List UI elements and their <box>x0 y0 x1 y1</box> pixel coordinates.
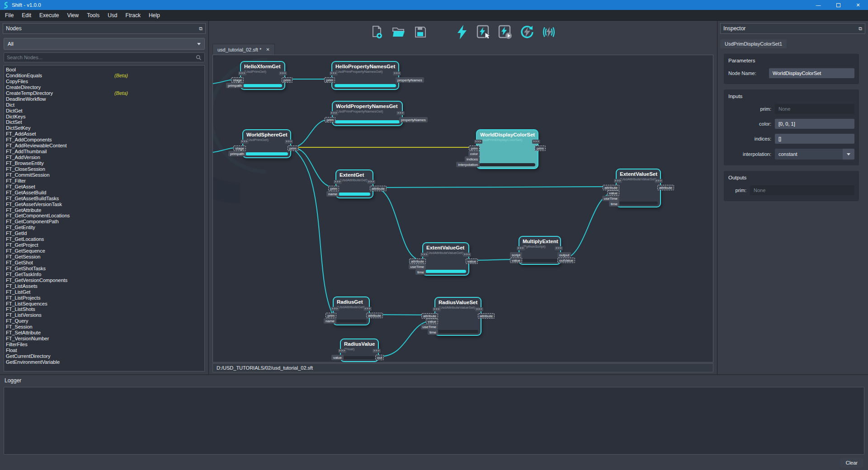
menu-edit[interactable]: Edit <box>18 10 35 21</box>
node-type-item[interactable]: GetEnvironmentVariable <box>6 359 204 365</box>
node-type-item[interactable]: FT_ListGet <box>6 289 204 295</box>
node-type-item[interactable]: FT_GetComponentPath <box>6 219 204 225</box>
graph-edge[interactable] <box>373 188 422 260</box>
port-in-value[interactable]: value <box>426 319 438 324</box>
node-category-dropdown[interactable]: All <box>4 38 205 50</box>
color-field[interactable]: [0, 0, 1] <box>775 119 854 129</box>
node-type-item[interactable]: FT_GetLocations <box>6 236 204 242</box>
node-type-item[interactable]: FT_ListSequences <box>6 301 204 307</box>
close-button[interactable]: ✕ <box>848 0 868 10</box>
node-type-item[interactable]: CopyFiles <box>6 79 204 85</box>
node-type-item[interactable]: FT_GetComponentLocations <box>6 213 204 219</box>
node-type-item[interactable]: FT_GetShotTasks <box>6 266 204 272</box>
node-WorldDisplayColorSet[interactable]: WorldDisplayColorSet(UsdPrimDisplayColor… <box>476 129 538 169</box>
menu-file[interactable]: File <box>1 10 18 21</box>
port-in-useTime[interactable]: useTime <box>409 264 426 269</box>
port-out-attribute[interactable]: attribute <box>370 186 387 191</box>
node-type-item[interactable]: FT_ListAssets <box>6 283 204 289</box>
port-out-prim[interactable]: prim <box>288 146 298 151</box>
node-type-item[interactable]: FT_ListVersions <box>6 312 204 318</box>
node-HelloXformGet[interactable]: HelloXformGet(UsdPrimGet)stage>>>primpat… <box>240 61 285 90</box>
port-out-output[interactable]: output <box>557 252 571 258</box>
node-type-item[interactable]: FT_CloseSession <box>6 166 204 172</box>
port-in-stage[interactable]: stage <box>231 77 244 83</box>
port-out-attribute[interactable]: attribute <box>657 185 674 190</box>
node-HelloPropertyNamesGet[interactable]: HelloPropertyNamesGet(UsdPrimPropertyNam… <box>331 61 399 90</box>
node-type-item[interactable]: FT_GetId <box>6 230 204 236</box>
node-MultiplyExtent[interactable]: MultiplyExtent(PythonScript)script>>>val… <box>519 236 561 265</box>
node-type-item[interactable]: GetCurrentDirectory <box>6 353 204 359</box>
port-in-primpath[interactable]: primpath <box>228 151 246 156</box>
port-out-attribute[interactable]: attribute <box>478 313 495 319</box>
node-type-item[interactable]: DictKeys <box>6 114 204 120</box>
node-type-item[interactable]: Bool <box>6 67 204 73</box>
node-type-item[interactable]: FT_AddReviewableContent <box>6 143 204 149</box>
node-ExtentValueGet[interactable]: ExtentValueGet(UsdAttributeValueGet)attr… <box>422 242 469 276</box>
graph-edge[interactable] <box>373 187 616 188</box>
node-RadiusValueSet[interactable]: RadiusValueSet(UsdAttributeValueSet)attr… <box>434 297 481 336</box>
reload-and-execute-button[interactable] <box>519 24 535 40</box>
node-type-item[interactable]: FT_GetEntity <box>6 225 204 230</box>
menu-ftrack[interactable]: Ftrack <box>122 10 145 21</box>
port-in-value[interactable]: value <box>510 258 522 263</box>
port-in-stage[interactable]: stage <box>233 146 246 151</box>
node-type-item[interactable]: FT_AddThumbnail <box>6 149 204 155</box>
open-scene-button[interactable] <box>391 24 406 40</box>
node-graph-canvas[interactable]: HelloXformGet(UsdPrimGet)stage>>>primpat… <box>212 55 713 362</box>
new-scene-button[interactable] <box>369 24 385 40</box>
port-in-name[interactable]: name <box>326 191 339 197</box>
execute-graph-button[interactable] <box>454 24 470 40</box>
port-in-value[interactable]: value <box>331 355 344 360</box>
port-in-prim[interactable]: prim <box>325 117 335 122</box>
node-type-item[interactable]: FT_AddAsset <box>6 131 204 137</box>
node-type-item[interactable]: FT_ListProjects <box>6 295 204 301</box>
menu-tools[interactable]: Tools <box>83 10 104 21</box>
inspected-node-tab[interactable]: UsdPrimDisplayColorSet1 <box>720 39 787 48</box>
node-type-item[interactable]: FT_GetAttribute <box>6 207 204 213</box>
node-type-item[interactable]: DeadlineWorkflow <box>6 96 204 102</box>
node-type-item[interactable]: FT_VersionNumber <box>6 336 204 342</box>
port-out-prim[interactable]: prim <box>282 77 292 83</box>
port-out-propertyNames[interactable]: propertyNames <box>399 117 428 122</box>
popout-icon[interactable]: ⧉ <box>199 26 203 31</box>
node-type-item[interactable]: FT_BrowseEntity <box>6 160 204 166</box>
node-type-item[interactable]: FT_GetSequence <box>6 248 204 254</box>
node-ExtentGet[interactable]: ExtentGet(UsdAttributeGet)prim>>>nameatt… <box>335 169 373 198</box>
node-ExtentValueSet[interactable]: ExtentValueSet(UsdAttributeValueSet)attr… <box>616 169 661 207</box>
node-type-item[interactable]: FT_ListShots <box>6 306 204 312</box>
node-type-item[interactable]: FT_AddVersion <box>6 155 204 160</box>
node-type-item[interactable]: FT_AddComponents <box>6 137 204 143</box>
port-in-interpolation[interactable]: interpolation <box>456 162 480 167</box>
maximize-button[interactable] <box>828 0 848 10</box>
port-in-attribute[interactable]: attribute <box>603 185 619 190</box>
dropdown-button[interactable] <box>843 149 854 160</box>
node-type-item[interactable]: DictSet <box>6 119 204 125</box>
port-in-name[interactable]: name <box>324 318 336 324</box>
port-out-propertyNames[interactable]: propertyNames <box>396 77 424 83</box>
node-type-item[interactable]: FT_CommitSession <box>6 172 204 178</box>
port-in-time[interactable]: time <box>415 269 426 275</box>
node-type-item[interactable]: FT_SetAttribute <box>6 330 204 336</box>
popout-icon[interactable]: ⧉ <box>859 26 862 31</box>
node-WorldPropertyNamesGet[interactable]: WorldPropertyNamesGet(UsdPrimPropertyNam… <box>332 101 403 126</box>
graph-edge[interactable] <box>291 119 332 147</box>
node-RadiusValue[interactable]: RadiusValue(Float)value>>>out>>> <box>340 338 379 362</box>
tab-usd-tutorial-02[interactable]: usd_tutorial_02.sft * ✕ <box>212 44 275 55</box>
node-type-item[interactable]: Dict <box>6 102 204 108</box>
execute-selected-button[interactable] <box>476 24 491 40</box>
port-in-useTime[interactable]: useTime <box>421 324 438 329</box>
port-in-color[interactable]: color <box>468 151 480 156</box>
node-search-input[interactable] <box>7 55 196 60</box>
menu-usd[interactable]: Usd <box>104 10 121 21</box>
graph-edge[interactable] <box>291 147 333 315</box>
port-in-indices[interactable]: indices <box>465 156 480 162</box>
node-type-item[interactable]: Float <box>6 348 204 353</box>
port-in-useTime[interactable]: useTime <box>602 196 619 201</box>
node-type-item[interactable]: FT_GetAssetBuild <box>6 190 204 196</box>
node-type-item[interactable]: FT_Query <box>6 318 204 324</box>
node-type-item[interactable]: FT_Filter <box>6 178 204 184</box>
port-out-prim[interactable]: prim <box>535 146 546 151</box>
node-type-item[interactable]: FT_GetAsset <box>6 184 204 190</box>
node-type-item[interactable]: CreateTempDirectory(Beta) <box>6 90 204 96</box>
port-in-prim[interactable]: prim <box>324 77 335 83</box>
